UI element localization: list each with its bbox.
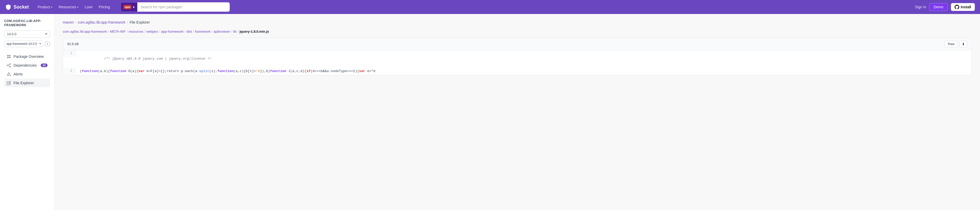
download-icon: ⬇ <box>962 42 965 46</box>
svg-rect-11 <box>7 82 10 85</box>
file-path-segment-6[interactable]: framework <box>195 29 211 34</box>
sidebar-item-label: Package Overview <box>13 54 44 58</box>
chevron-down-icon: ▾ <box>133 5 135 9</box>
chevron-down-icon: ▾ <box>51 6 52 9</box>
sign-in-link[interactable]: Sign in <box>915 5 926 9</box>
svg-rect-4 <box>7 65 8 66</box>
nav-item-love[interactable]: Love <box>82 3 95 11</box>
svg-rect-1 <box>9 55 10 56</box>
svg-line-7 <box>8 64 10 65</box>
file-path-segment-2[interactable]: resources <box>129 29 143 34</box>
sidebar-item-alerts[interactable]: Alerts <box>4 70 50 78</box>
registry-selector[interactable]: npm ▾ <box>121 2 137 12</box>
shield-icon <box>5 4 11 10</box>
info-button[interactable]: i <box>45 41 50 46</box>
line-number-2: 2 <box>63 68 76 74</box>
sidebar-item-label: Alerts <box>13 72 23 76</box>
nav-item-product[interactable]: Product ▾ <box>35 3 55 11</box>
breadcrumb-sep-1: › <box>75 21 76 24</box>
file-path-current: jquery-1.8.0.min.js <box>240 29 269 34</box>
file-path-segment-8[interactable]: lib <box>233 29 236 34</box>
package-icon <box>7 54 11 58</box>
dependencies-icon <box>7 63 11 68</box>
main-header: Socket Product ▾ Resources ▾ Love Pricin… <box>0 0 980 14</box>
file-viewer-header: 92.6 kB Raw ⬇ <box>63 38 971 50</box>
file-path-segment-7[interactable]: apibrowser <box>213 29 230 34</box>
install-button[interactable]: Install <box>951 3 975 11</box>
breadcrumb-sep-2: › <box>127 21 128 24</box>
nav-item-pricing[interactable]: Pricing <box>96 3 113 11</box>
breadcrumb-package[interactable]: com.agifac.lib:app-framework <box>78 20 126 24</box>
sidebar-item-package-overview[interactable]: Package Overview <box>4 52 50 61</box>
breadcrumb-current: File Explorer <box>129 20 150 24</box>
svg-line-8 <box>8 65 10 66</box>
sub-selector-row: app-framework-14.0.0 i <box>4 41 50 47</box>
demo-button[interactable]: Demo <box>929 3 948 11</box>
file-size: 92.6 kB <box>67 42 79 46</box>
logo[interactable]: Socket <box>5 4 29 10</box>
main-content: maven › com.agifac.lib:app-framework › F… <box>54 14 980 210</box>
search-area: npm ▾ <box>121 2 230 12</box>
file-path-segment-3[interactable]: webjars <box>146 29 158 34</box>
dependencies-badge: 33 <box>41 63 48 67</box>
sidebar-nav: Package Overview Dependencies 33 <box>4 52 50 87</box>
file-path-segment-5[interactable]: dist <box>187 29 192 34</box>
svg-rect-3 <box>9 57 10 58</box>
main-nav: Product ▾ Resources ▾ Love Pricing <box>35 3 112 11</box>
github-icon <box>955 5 959 9</box>
file-path-segment-4[interactable]: app-framework <box>161 29 184 34</box>
code-line-2: 2 (function(a,b){function G(a){var b=F[a… <box>63 68 971 75</box>
svg-rect-0 <box>7 55 9 56</box>
breadcrumb-maven[interactable]: maven <box>63 20 74 24</box>
nav-item-resources[interactable]: Resources ▾ <box>56 3 81 11</box>
sidebar-item-label: File Explorer <box>13 81 34 85</box>
file-path-segment-0[interactable]: com.agifac.lib:app-framework <box>63 29 107 34</box>
download-button[interactable]: ⬇ <box>959 41 967 47</box>
npm-logo: npm <box>124 5 131 9</box>
line-number-1: 1 <box>63 50 76 57</box>
svg-rect-5 <box>10 63 11 65</box>
header-right: Sign in Demo Install <box>915 3 975 11</box>
file-path-bar: com.agifac.lib:app-framework / META-INF … <box>63 29 972 34</box>
file-actions: Raw ⬇ <box>945 41 967 47</box>
package-name: COM.AGIFAC.LIB:APP-FRAMEWORK <box>4 19 50 27</box>
file-path-segment-1[interactable]: META-INF <box>110 29 126 34</box>
sidebar: COM.AGIFAC.LIB:APP-FRAMEWORK 14.0.0 app-… <box>0 14 54 210</box>
svg-rect-6 <box>10 66 11 67</box>
file-viewer: 92.6 kB Raw ⬇ 1 /*! jQuery v@1.8.0 jquer… <box>63 38 972 75</box>
sub-package-selector[interactable]: app-framework-14.0.0 <box>4 41 43 47</box>
version-selector[interactable]: 14.0.0 <box>4 30 50 38</box>
breadcrumb: maven › com.agifac.lib:app-framework › F… <box>63 20 972 24</box>
line-content-2: (function(a,b){function G(a){var b=F[a]=… <box>76 68 971 75</box>
install-label: Install <box>961 5 971 9</box>
code-area[interactable]: 1 /*! jQuery v@1.8.0 jquery.com | jquery… <box>63 50 971 75</box>
sidebar-item-file-explorer[interactable]: File Explorer <box>4 79 50 87</box>
svg-point-10 <box>9 75 9 75</box>
chevron-down-icon: ▾ <box>77 6 78 9</box>
svg-rect-2 <box>7 57 9 58</box>
line-content-1: /*! jQuery v@1.8.0 jquery.com | jquery.o… <box>76 50 971 68</box>
sidebar-item-label: Dependencies <box>13 63 37 68</box>
code-line-1: 1 /*! jQuery v@1.8.0 jquery.com | jquery… <box>63 50 971 68</box>
search-input[interactable] <box>137 2 230 12</box>
logo-text: Socket <box>13 5 29 10</box>
alerts-icon <box>7 72 11 76</box>
files-icon <box>7 81 11 85</box>
main-layout: COM.AGIFAC.LIB:APP-FRAMEWORK 14.0.0 app-… <box>0 14 980 210</box>
raw-button[interactable]: Raw <box>945 41 958 47</box>
sidebar-item-dependencies[interactable]: Dependencies 33 <box>4 61 50 69</box>
